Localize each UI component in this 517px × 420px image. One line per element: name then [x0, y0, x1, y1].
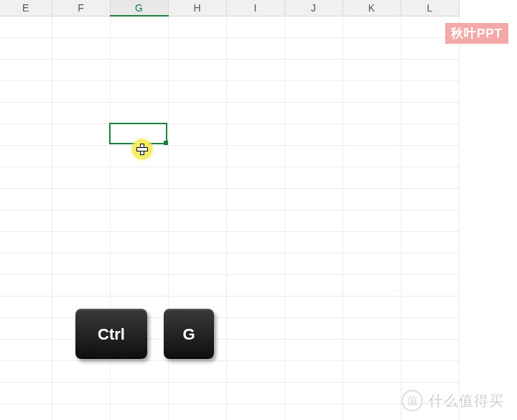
- cell[interactable]: [343, 188, 401, 210]
- cell[interactable]: [226, 382, 284, 403]
- cell[interactable]: [284, 188, 343, 210]
- cell[interactable]: [0, 59, 52, 80]
- cell[interactable]: [0, 167, 52, 188]
- cell[interactable]: [226, 339, 284, 360]
- cell[interactable]: [401, 317, 459, 339]
- cell[interactable]: [168, 16, 226, 37]
- table-row[interactable]: [0, 102, 459, 123]
- cell[interactable]: [0, 123, 52, 145]
- cell[interactable]: [401, 123, 459, 145]
- cell[interactable]: [0, 296, 52, 317]
- cell[interactable]: [284, 296, 343, 317]
- table-row[interactable]: [0, 80, 459, 102]
- cell[interactable]: [284, 274, 343, 296]
- cell[interactable]: [284, 167, 343, 188]
- table-row[interactable]: [0, 274, 459, 296]
- cell[interactable]: [110, 59, 168, 80]
- cell[interactable]: [168, 167, 226, 188]
- cell[interactable]: [343, 339, 401, 360]
- cell[interactable]: [343, 37, 401, 59]
- cell[interactable]: [226, 123, 284, 145]
- cell[interactable]: [168, 37, 226, 59]
- table-row[interactable]: [0, 145, 459, 167]
- cell[interactable]: [226, 102, 284, 123]
- cell[interactable]: [284, 59, 343, 80]
- table-row[interactable]: [0, 382, 459, 403]
- cell[interactable]: [168, 382, 226, 403]
- column-header[interactable]: F: [52, 0, 110, 16]
- cell[interactable]: [0, 253, 52, 274]
- cell[interactable]: [110, 102, 168, 123]
- cell[interactable]: [401, 80, 459, 102]
- table-row[interactable]: [0, 360, 459, 382]
- table-row[interactable]: [0, 403, 459, 420]
- cell[interactable]: [343, 231, 401, 253]
- cell[interactable]: [110, 360, 168, 382]
- cell[interactable]: [168, 80, 226, 102]
- cell[interactable]: [110, 382, 168, 403]
- cell[interactable]: [168, 123, 226, 145]
- cell[interactable]: [110, 231, 168, 253]
- cell[interactable]: [284, 210, 343, 231]
- cell[interactable]: [343, 253, 401, 274]
- cell[interactable]: [284, 253, 343, 274]
- cell[interactable]: [52, 188, 110, 210]
- column-header[interactable]: L: [401, 0, 459, 16]
- cell[interactable]: [52, 382, 110, 403]
- cell[interactable]: [401, 210, 459, 231]
- cell[interactable]: [168, 145, 226, 167]
- cell[interactable]: [0, 403, 52, 420]
- cell[interactable]: [110, 274, 168, 296]
- cell[interactable]: [52, 102, 110, 123]
- cell[interactable]: [52, 145, 110, 167]
- cell[interactable]: [52, 123, 110, 145]
- cell[interactable]: [0, 37, 52, 59]
- cell[interactable]: [284, 403, 343, 420]
- cell[interactable]: [52, 16, 110, 37]
- cell[interactable]: [168, 403, 226, 420]
- column-header[interactable]: J: [284, 0, 343, 16]
- cell[interactable]: [52, 210, 110, 231]
- cell[interactable]: [343, 210, 401, 231]
- cell[interactable]: [226, 360, 284, 382]
- table-row[interactable]: [0, 253, 459, 274]
- table-row[interactable]: [0, 59, 459, 80]
- cell[interactable]: [0, 145, 52, 167]
- cell[interactable]: [401, 102, 459, 123]
- cell[interactable]: [343, 123, 401, 145]
- cell[interactable]: [110, 145, 168, 167]
- cell[interactable]: [343, 360, 401, 382]
- cell[interactable]: [343, 317, 401, 339]
- cell[interactable]: [226, 16, 284, 37]
- table-row[interactable]: [0, 296, 459, 317]
- cell[interactable]: [343, 296, 401, 317]
- cell[interactable]: [168, 59, 226, 80]
- cell[interactable]: [226, 188, 284, 210]
- cell[interactable]: [110, 403, 168, 420]
- table-row[interactable]: [0, 123, 459, 145]
- cell[interactable]: [226, 145, 284, 167]
- table-row[interactable]: [0, 339, 459, 360]
- cell[interactable]: [284, 382, 343, 403]
- cell[interactable]: [284, 102, 343, 123]
- cell[interactable]: [284, 123, 343, 145]
- cell[interactable]: [343, 80, 401, 102]
- table-row[interactable]: [0, 37, 459, 59]
- table-row[interactable]: [0, 188, 459, 210]
- cell[interactable]: [110, 80, 168, 102]
- cell[interactable]: [168, 102, 226, 123]
- table-row[interactable]: [0, 167, 459, 188]
- cell[interactable]: [226, 59, 284, 80]
- cell[interactable]: [226, 296, 284, 317]
- cell[interactable]: [0, 80, 52, 102]
- column-header[interactable]: H: [168, 0, 226, 16]
- cell[interactable]: [52, 360, 110, 382]
- cell[interactable]: [226, 80, 284, 102]
- cell[interactable]: [226, 317, 284, 339]
- cell[interactable]: [52, 59, 110, 80]
- cell[interactable]: [226, 37, 284, 59]
- cell[interactable]: [0, 274, 52, 296]
- cell[interactable]: [52, 253, 110, 274]
- cell[interactable]: [0, 231, 52, 253]
- cell[interactable]: [343, 382, 401, 403]
